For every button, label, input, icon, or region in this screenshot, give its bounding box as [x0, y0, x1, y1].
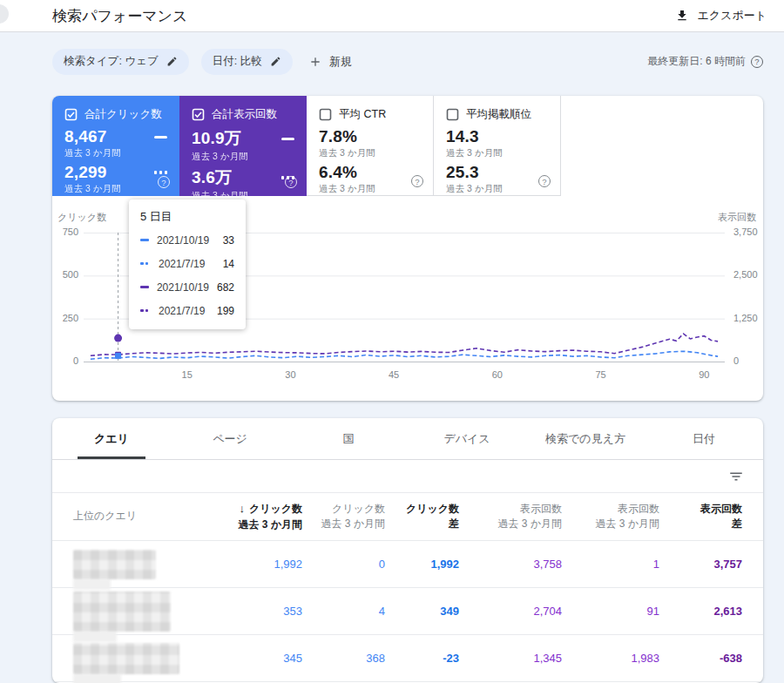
- metric-card-average-ctr[interactable]: 平均 CTR 7.8% 過去 3 か月間 6.4% 過去 3 か月間 ?: [307, 96, 434, 196]
- metric-card-average-position[interactable]: 平均掲載順位 14.3 過去 3 か月間 25.3 過去 3 か月間 ?: [434, 96, 561, 196]
- chart-tooltip: 5 日目 2021/10/1933 2021/7/1914 2021/10/19…: [129, 199, 246, 329]
- tab-queries[interactable]: クエリ: [52, 418, 171, 459]
- column-header-impressions-previous[interactable]: 表示回数過去 3 か月間: [562, 502, 659, 532]
- tooltip-date: 2021/7/19: [159, 305, 209, 317]
- redacted-query: [73, 550, 156, 579]
- export-button[interactable]: エクスポート: [675, 8, 767, 24]
- new-filter-button[interactable]: 新規: [308, 54, 352, 70]
- nav-circle-decoration: [0, 4, 9, 24]
- date-compare-chip[interactable]: 日付: 比較: [201, 49, 293, 75]
- metric-period: 過去 3 か月間: [446, 183, 548, 195]
- tab-devices[interactable]: デバイス: [408, 418, 526, 459]
- axis-tick-label: 75: [588, 369, 614, 380]
- tab-countries[interactable]: 国: [289, 418, 408, 459]
- last-updated: 最終更新日: 6 時間前 ?: [647, 54, 763, 69]
- table-cell: 353: [198, 605, 302, 618]
- table-cell: 1,992: [198, 558, 302, 571]
- export-label: エクスポート: [697, 8, 767, 24]
- table-cell: 1,345: [459, 652, 562, 665]
- tooltip-row: 2021/7/19199: [140, 299, 234, 322]
- table-cell: 0: [302, 558, 385, 571]
- help-icon[interactable]: ?: [538, 175, 551, 187]
- tab-dates[interactable]: 日付: [645, 418, 763, 459]
- metric-value-previous: 2,299: [64, 163, 107, 182]
- checkbox-unchecked-icon[interactable]: [319, 108, 332, 121]
- search-type-chip[interactable]: 検索タイプ: ウェブ: [52, 49, 189, 75]
- table-cell: 4: [302, 605, 385, 618]
- metric-value-current: 7.8%: [319, 127, 357, 146]
- metric-card-total-clicks[interactable]: 合計クリック数 8,467 過去 3 か月間 2,299 過去 3 か月間 ?: [52, 96, 179, 196]
- axis-tick-label: 1,250: [733, 313, 758, 323]
- metric-period: 過去 3 か月間: [446, 147, 548, 159]
- last-updated-text: 最終更新日: 6 時間前: [647, 54, 746, 69]
- metric-tiles-row: 合計クリック数 8,467 過去 3 か月間 2,299 過去 3 か月間 ? …: [52, 96, 763, 196]
- help-icon[interactable]: ?: [751, 56, 763, 68]
- right-axis-title: 表示回数: [718, 211, 756, 224]
- column-header-query[interactable]: 上位のクエリ: [73, 509, 198, 524]
- redacted-query: [73, 592, 171, 632]
- checkbox-unchecked-icon[interactable]: [446, 108, 459, 121]
- metric-period: 過去 3 か月間: [319, 147, 421, 159]
- table-cell: 91: [562, 605, 659, 618]
- help-icon[interactable]: ?: [411, 175, 423, 187]
- sort-arrow-icon: ↓: [239, 502, 245, 515]
- table-row[interactable]: 1,99201,9923,75813,757: [52, 541, 763, 588]
- metric-label: 平均 CTR: [339, 107, 386, 122]
- table-cell: 2,704: [459, 605, 562, 618]
- axis-tick-label: 30: [277, 369, 303, 380]
- chart-area[interactable]: クリック数 表示回数 5 日目 2021/10/1933 2021/7/1914…: [52, 196, 763, 401]
- plus-icon: [308, 55, 322, 69]
- axis-tick-label: 3,750: [733, 227, 758, 237]
- metric-period: 過去 3 か月間: [64, 147, 167, 159]
- tooltip-date: 2021/7/19: [159, 258, 215, 270]
- help-icon[interactable]: ?: [285, 176, 297, 188]
- edit-pencil-icon: [166, 56, 178, 67]
- column-header-clicks-current[interactable]: ↓クリック数過去 3 か月間: [198, 501, 302, 532]
- series-marker-icon: [140, 239, 149, 241]
- download-icon: [675, 9, 689, 23]
- checkbox-checked-icon[interactable]: [64, 108, 78, 121]
- table-body: 1,99201,9923,75813,75735343492,704912,61…: [52, 541, 763, 682]
- tooltip-value: 33: [223, 234, 234, 247]
- axis-tick-label: 250: [54, 313, 78, 323]
- edit-pencil-icon: [270, 56, 281, 67]
- column-header-impressions-diff[interactable]: 表示回数差: [659, 502, 742, 532]
- redacted-query: [73, 643, 179, 674]
- table-cell: 1,992: [385, 558, 459, 571]
- table-cell: 3,758: [459, 558, 562, 571]
- series-marker-icon: [140, 286, 149, 288]
- tab-label: 検索での見え方: [545, 431, 625, 447]
- table-cell: 349: [385, 605, 459, 618]
- axis-tick-label: 0: [54, 355, 78, 366]
- tooltip-title: 5 日目: [140, 209, 234, 225]
- hover-point-marker: [115, 353, 121, 359]
- help-icon[interactable]: ?: [158, 176, 170, 188]
- metric-card-total-impressions[interactable]: 合計表示回数 10.9万 過去 3 か月間 3.6万 過去 3 か月間 ?: [179, 96, 307, 196]
- table-filter-row: [52, 460, 763, 493]
- tab-search-appearance[interactable]: 検索での見え方: [526, 418, 645, 459]
- metric-label: 合計表示回数: [212, 107, 277, 122]
- dotted-line-legend-icon: [154, 171, 168, 174]
- metric-period: 過去 3 か月間: [64, 183, 167, 195]
- topbar: 検索パフォーマンス エクスポート: [0, 0, 784, 32]
- metric-value-previous: 3.6万: [192, 166, 232, 189]
- tooltip-date: 2021/10/19: [157, 234, 215, 247]
- column-header-clicks-diff[interactable]: クリック数差: [385, 502, 459, 532]
- metric-value-previous: 6.4%: [319, 163, 357, 182]
- metric-label: 平均掲載順位: [466, 107, 531, 122]
- tooltip-value: 14: [223, 258, 234, 270]
- filter-list-icon[interactable]: [728, 469, 744, 484]
- column-header-clicks-previous[interactable]: クリック数過去 3 か月間: [302, 502, 385, 532]
- checkbox-checked-icon[interactable]: [192, 108, 205, 121]
- axis-tick-label: 500: [54, 269, 78, 280]
- column-header-impressions-current[interactable]: 表示回数過去 3 か月間: [459, 502, 562, 532]
- table-row[interactable]: 35343492,704912,613: [52, 588, 763, 635]
- table-card: クエリ ページ 国 デバイス 検索での見え方 日付 上位のクエリ ↓クリック数過…: [52, 418, 763, 683]
- metric-value-current: 14.3: [446, 127, 479, 146]
- table-cell: 1: [562, 558, 659, 571]
- table-row[interactable]: 345368-231,3451,983-638: [52, 635, 763, 682]
- tab-pages[interactable]: ページ: [171, 418, 289, 459]
- series-marker-icon: [140, 262, 151, 266]
- filter-bar: 検索タイプ: ウェブ 日付: 比較 新規 最終更新日: 6 時間前 ?: [0, 32, 784, 96]
- table-cell: 3,757: [659, 558, 742, 571]
